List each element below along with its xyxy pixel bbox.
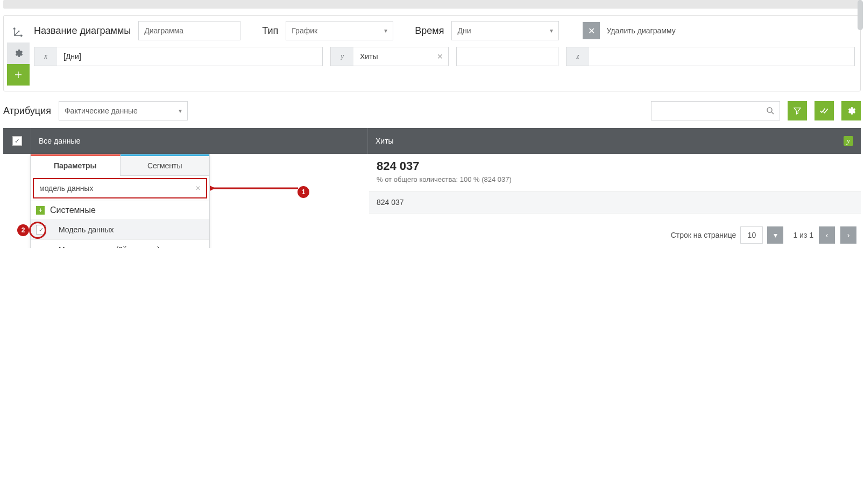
next-page-button[interactable]: › xyxy=(840,226,856,244)
select-all-checkbox[interactable]: ✓ xyxy=(12,136,22,146)
chart-time-label: Время xyxy=(415,25,444,37)
table-row[interactable]: 824 037 xyxy=(369,191,861,214)
page-indicator: 1 из 1 xyxy=(793,231,813,239)
axes-icon xyxy=(7,21,30,42)
tree-item-model[interactable]: ✓ Модель данных xyxy=(31,219,209,239)
chart-time-select[interactable]: Дни▾ xyxy=(451,21,559,40)
search-icon xyxy=(766,106,775,116)
rows-per-page-label: Строк на странице xyxy=(671,231,736,239)
y-axis-input[interactable]: y Хиты ✕ xyxy=(330,47,449,66)
settings-button[interactable] xyxy=(841,101,861,120)
x-axis-input[interactable]: x [Дни] xyxy=(34,47,323,66)
funnel-icon xyxy=(793,107,802,115)
axis-var-y: y xyxy=(331,47,353,66)
table-header: ✓ Все данные Хиты y xyxy=(3,128,861,154)
parameter-search-input[interactable]: модель данных ✕ xyxy=(33,178,207,198)
prev-page-button[interactable]: ‹ xyxy=(819,226,835,244)
annotation-ring-2 xyxy=(29,222,46,239)
annotation-marker-1: 1 xyxy=(298,186,309,198)
chevron-left-icon: ‹ xyxy=(826,231,828,239)
tab-parameters[interactable]: Параметры xyxy=(31,154,121,176)
tree-group-system[interactable]: + Системные xyxy=(31,201,209,219)
attribution-label: Атрибуция xyxy=(3,105,51,117)
chart-type-label: Тип xyxy=(262,25,278,37)
svg-point-0 xyxy=(767,108,772,112)
scrollbar-thumb[interactable] xyxy=(858,0,863,30)
chevron-down-icon: ▾ xyxy=(384,27,387,34)
chart-title-label: Название диаграммы xyxy=(34,25,131,37)
select-all-cell[interactable]: ✓ xyxy=(3,128,31,154)
chevron-down-icon: ▾ xyxy=(774,231,777,239)
add-chart-button[interactable] xyxy=(7,64,30,86)
chart-config-panel: Название диаграммы Диаграмма Тип График▾… xyxy=(3,15,861,91)
table-search-input[interactable] xyxy=(651,101,780,120)
chevron-right-icon: › xyxy=(847,231,850,239)
axis-var-z: z xyxy=(566,47,589,66)
rows-per-page-dropdown[interactable]: ▾ xyxy=(767,226,783,244)
column-header-metric[interactable]: Хиты y xyxy=(368,128,861,154)
y-axis-badge: y xyxy=(844,136,853,146)
tab-segments[interactable]: Сегменты xyxy=(121,154,210,176)
chart-settings-button[interactable] xyxy=(7,42,30,64)
z-axis-input[interactable]: z xyxy=(566,47,855,66)
close-icon: ✕ xyxy=(583,22,600,39)
double-check-icon xyxy=(819,106,829,116)
expand-icon: + xyxy=(36,206,45,215)
chevron-down-icon: ▾ xyxy=(179,107,182,115)
chevron-down-icon: ▾ xyxy=(550,27,553,34)
annotation-marker-2: 2 xyxy=(17,224,29,236)
annotation-arrow-1 xyxy=(210,183,300,194)
clear-y-icon[interactable]: ✕ xyxy=(432,52,448,61)
tree-item-model-lvl2[interactable]: Модель данных (2й уровень) xyxy=(31,239,209,248)
attribution-select[interactable]: Фактические данные▾ xyxy=(59,101,188,120)
filter-button[interactable] xyxy=(788,101,807,120)
column-header-all-data[interactable]: Все данные xyxy=(31,128,368,154)
chart-type-select[interactable]: График▾ xyxy=(286,21,393,40)
axis-var-x: x xyxy=(34,47,57,66)
rows-per-page-value[interactable]: 10 xyxy=(740,226,763,244)
metric-summary: 824 037 % от общего количества: 100 % (8… xyxy=(369,154,861,191)
delete-chart-button[interactable]: ✕ Удалить диаграмму xyxy=(583,22,675,39)
gear-icon xyxy=(846,106,856,116)
clear-search-icon[interactable]: ✕ xyxy=(195,184,201,192)
apply-all-button[interactable] xyxy=(815,101,834,120)
chart-title-input[interactable]: Диаграмма xyxy=(138,21,240,40)
y2-axis-input[interactable] xyxy=(456,47,558,66)
window-titlebar xyxy=(3,0,861,9)
parameter-dropdown: Параметры Сегменты модель данных ✕ + Сис… xyxy=(30,154,210,248)
metric-subtext: % от общего количества: 100 % (824 037) xyxy=(377,175,853,183)
metric-total: 824 037 xyxy=(377,159,853,173)
